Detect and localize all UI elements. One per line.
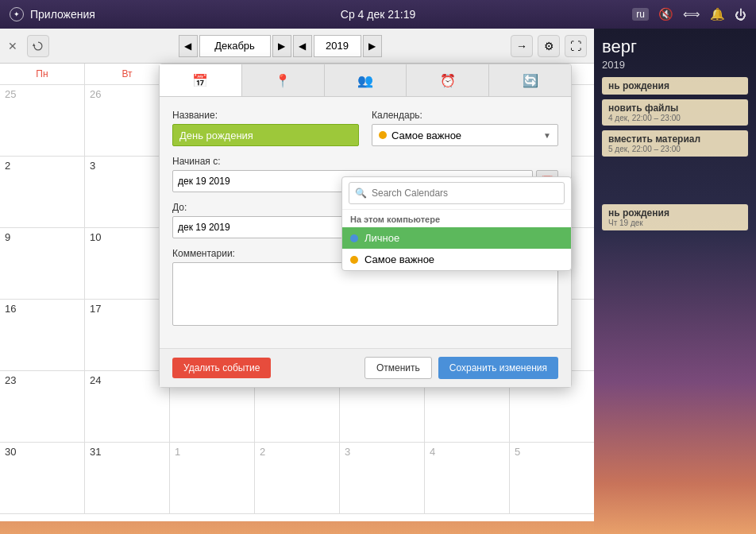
cal-cell[interactable]: 3 <box>85 157 170 227</box>
cal-cell[interactable]: 10 <box>85 228 170 299</box>
field-calendar: Календарь: Самое важное ▼ <box>372 110 558 146</box>
right-event-time-2: 4 дек, 22:00 – 23:00 <box>608 114 742 122</box>
tab-event[interactable]: 📅 <box>160 64 242 96</box>
year-display: 2019 <box>314 35 361 57</box>
calendar-week-6: 30 31 1 2 3 4 5 <box>0 443 595 514</box>
day-header-mon: Пн <box>0 64 85 84</box>
search-wrapper: 🔍 <box>349 182 565 204</box>
field-name: Название: <box>172 110 359 146</box>
personal-label: Личное <box>364 232 399 244</box>
name-label: Название: <box>172 110 359 121</box>
calendar-dropdown-trigger[interactable]: Самое важное ▼ <box>372 124 558 146</box>
next-year-btn[interactable]: ▶ <box>363 35 382 57</box>
prev-year-btn[interactable]: ◀ <box>293 35 312 57</box>
dropdown-search-section: 🔍 <box>342 177 571 210</box>
cal-cell[interactable]: 16 <box>0 300 85 370</box>
fullscreen-icon[interactable]: ⛶ <box>565 35 587 57</box>
search-calendars-input[interactable] <box>349 182 565 204</box>
cal-cell[interactable]: 23 <box>0 371 85 442</box>
right-event-title-2: новить файлы <box>608 103 742 114</box>
taskbar-left: ✦ Приложения <box>10 7 95 21</box>
cal-cell[interactable]: 26 <box>85 85 170 156</box>
cancel-button[interactable]: Отменить <box>364 357 432 379</box>
taskbar: ✦ Приложения Ср 4 дек 21:19 ru 🔇 ⟺ 🔔 ⏻ <box>0 0 756 29</box>
lang-badge[interactable]: ru <box>632 8 649 21</box>
footer-right-buttons: Отменить Сохранить изменения <box>364 357 558 379</box>
right-panel: верг 2019 нь рождения новить файлы 4 дек… <box>594 29 756 534</box>
calendar-item-personal[interactable]: Личное <box>342 227 571 249</box>
forward-icon[interactable]: → <box>511 35 533 57</box>
dialog-footer: Удалить событие Отменить Сохранить измен… <box>160 348 571 387</box>
tab-people[interactable]: 👥 <box>325 64 407 96</box>
prev-month-btn[interactable]: ◀ <box>179 35 198 57</box>
tab-alarm[interactable]: ⏰ <box>407 64 489 96</box>
dialog-tabs: 📅 📍 👥 ⏰ 🔄 <box>160 64 571 97</box>
mute-icon[interactable]: 🔇 <box>658 7 673 21</box>
app-icon: ✦ <box>10 7 24 21</box>
calendar-item-important[interactable]: Самое важное <box>342 249 571 270</box>
cal-cell[interactable]: 5 <box>510 443 595 513</box>
calendar-nav: ◀ Декабрь ▶ ◀ 2019 ▶ <box>179 35 382 57</box>
right-event-2[interactable]: новить файлы 4 дек, 22:00 – 23:00 <box>602 99 748 126</box>
right-panel-year: 2019 <box>602 59 748 71</box>
bell-icon[interactable]: 🔔 <box>710 7 725 21</box>
right-panel-day: верг <box>602 37 748 57</box>
cal-cell[interactable]: 30 <box>0 443 85 513</box>
name-input[interactable] <box>172 124 359 146</box>
refresh-button[interactable] <box>27 35 49 57</box>
taskbar-center: Ср 4 дек 21:19 <box>341 8 415 21</box>
cal-cell[interactable]: 31 <box>85 443 170 513</box>
cal-cell[interactable]: 9 <box>0 228 85 299</box>
right-event-title-3: вместить материал <box>608 134 742 145</box>
cal-cell[interactable]: 2 <box>255 443 340 513</box>
close-icon[interactable]: ✕ <box>8 40 21 52</box>
right-event-1[interactable]: нь рождения <box>602 77 748 95</box>
network-icon[interactable]: ⟺ <box>683 7 700 21</box>
calendar-toolbar: ✕ ◀ Декабрь ▶ ◀ 2019 ▶ → ⚙ ⛶ <box>0 29 595 64</box>
search-icon: 🔍 <box>355 188 367 199</box>
personal-dot <box>350 234 358 242</box>
dropdown-arrow-icon: ▼ <box>543 131 551 140</box>
right-event-3[interactable]: вместить материал 5 дек, 22:00 – 23:00 <box>602 130 748 157</box>
right-event-time-3: 5 дек, 22:00 – 23:00 <box>608 145 742 153</box>
dropdown-arrow-up <box>450 176 463 177</box>
calendar-selector-dropdown: 🔍 На этом компьютере Личное Самое важное <box>341 176 572 271</box>
taskbar-right: ru 🔇 ⟺ 🔔 ⏻ <box>632 7 746 21</box>
next-month-btn[interactable]: ▶ <box>272 35 291 57</box>
toolbar-right: → ⚙ ⛶ <box>511 35 587 57</box>
month-display: Декабрь <box>199 35 271 57</box>
tab-repeat[interactable]: 🔄 <box>489 64 571 96</box>
save-button[interactable]: Сохранить изменения <box>438 357 558 379</box>
calendar-dot <box>379 131 387 139</box>
important-dot <box>350 256 358 264</box>
calendar-label: Календарь: <box>372 110 558 121</box>
right-event-title: нь рождения <box>608 80 742 91</box>
tab-location[interactable]: 📍 <box>242 64 325 96</box>
cal-cell[interactable]: 4 <box>425 443 510 513</box>
cal-cell[interactable]: 3 <box>340 443 425 513</box>
cal-cell[interactable]: 25 <box>0 85 85 156</box>
day-header-tue: Вт <box>85 64 170 84</box>
calendar-value: Самое важное <box>392 130 461 141</box>
cal-cell[interactable]: 24 <box>85 371 170 442</box>
cal-cell[interactable]: 2 <box>0 157 85 227</box>
taskbar-datetime: Ср 4 дек 21:19 <box>341 8 415 21</box>
delete-button[interactable]: Удалить событие <box>172 358 271 378</box>
start-label: Начиная с: <box>172 156 558 167</box>
app-label[interactable]: Приложения <box>30 8 95 21</box>
power-icon[interactable]: ⏻ <box>735 8 746 21</box>
cal-cell[interactable]: 1 <box>170 443 255 513</box>
dialog-row-1: Название: Календарь: Самое важное ▼ <box>172 110 558 146</box>
cal-cell[interactable]: 17 <box>85 300 170 370</box>
important-label: Самое важное <box>364 253 434 265</box>
right-event-title-4: нь рождения <box>608 207 742 219</box>
settings-icon[interactable]: ⚙ <box>538 35 560 57</box>
dropdown-section-label: На этом компьютере <box>342 210 571 227</box>
comment-textarea[interactable] <box>172 262 558 326</box>
right-event-time-4: Чт 19 дек <box>608 219 742 227</box>
right-event-4[interactable]: нь рождения Чт 19 дек <box>602 204 748 230</box>
